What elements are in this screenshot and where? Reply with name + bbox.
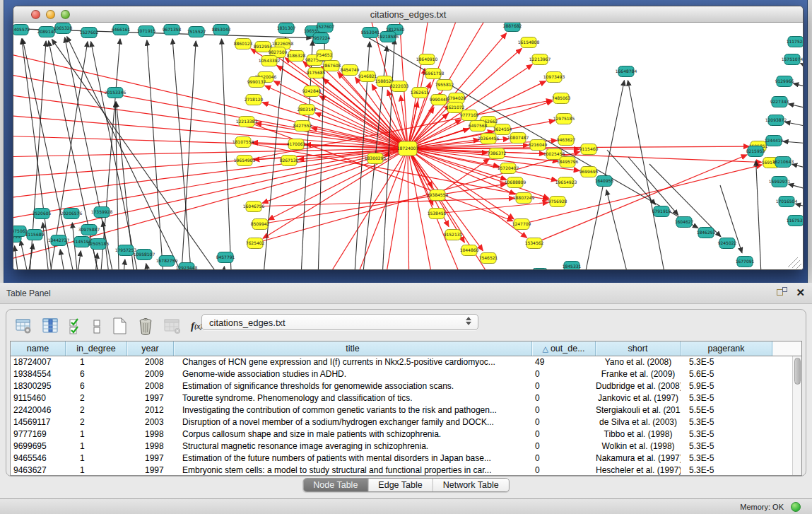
table-cell[interactable]: Wolkin et al. (1998) bbox=[596, 440, 681, 452]
graph-node[interactable]: 8860123 bbox=[234, 39, 253, 49]
graph-node[interactable]: 7485063 bbox=[552, 93, 571, 104]
graph-node[interactable]: 1071915 bbox=[137, 26, 156, 37]
table-cell[interactable]: 1 bbox=[66, 452, 127, 465]
graph-node[interactable]: 15992971 bbox=[769, 177, 791, 187]
table-cell[interactable]: 5.3E-5 bbox=[681, 416, 772, 428]
graph-node[interactable]: 9756928 bbox=[548, 197, 567, 207]
graph-node[interactable]: 16648784 bbox=[616, 66, 637, 77]
table-cell[interactable]: Structural magnetic resonance image aver… bbox=[174, 440, 532, 452]
table-cell[interactable]: 6 bbox=[66, 368, 127, 380]
table-cell[interactable]: 2 bbox=[66, 392, 127, 404]
graph-node[interactable]: 9115460 bbox=[579, 144, 599, 155]
table-cell[interactable]: 5.3E-5 bbox=[681, 452, 772, 465]
graph-node[interactable]: 1527607 bbox=[316, 23, 335, 33]
column-header-out_de[interactable]: △out_de... bbox=[532, 341, 596, 356]
graph-node[interactable]: 9990137 bbox=[247, 77, 266, 88]
table-cell[interactable]: 0 bbox=[532, 416, 596, 428]
table-row[interactable]: 1456911722003Disruption of a novel membe… bbox=[11, 416, 801, 428]
graph-node[interactable]: 10543392 bbox=[259, 56, 281, 66]
delete-table-button[interactable] bbox=[137, 317, 154, 335]
graph-node[interactable]: 19654923 bbox=[555, 177, 577, 188]
graph-node[interactable]: 6497568 bbox=[469, 121, 488, 132]
table-cell[interactable]: 6 bbox=[66, 380, 127, 392]
graph-node[interactable]: 18300295 bbox=[365, 153, 387, 164]
graph-node[interactable]: 6791919 bbox=[652, 206, 671, 217]
table-cell[interactable]: 19384554 bbox=[11, 368, 66, 380]
table-cell[interactable]: 9777169 bbox=[11, 428, 66, 440]
table-row[interactable]: 969969511998Structural magnetic resonanc… bbox=[11, 440, 801, 452]
table-cell[interactable]: 1 bbox=[66, 465, 127, 475]
graph-node[interactable]: 8186328 bbox=[287, 51, 306, 62]
graph-node[interactable]: 18640910 bbox=[416, 54, 438, 65]
table-cell[interactable]: 0 bbox=[532, 380, 596, 392]
table-cell[interactable]: 0 bbox=[532, 392, 596, 404]
graph-node[interactable]: 8267130 bbox=[280, 156, 299, 166]
table-cell[interactable]: Hescheler et al. (1997) bbox=[596, 465, 681, 475]
graph-node[interactable]: 6466161 bbox=[112, 25, 131, 35]
table-cell[interactable]: Investigating the contribution of common… bbox=[174, 404, 532, 416]
graph-node[interactable]: 8853043 bbox=[212, 25, 231, 35]
graph-node[interactable]: 30975887 bbox=[78, 225, 100, 235]
column-header-title[interactable]: title bbox=[174, 341, 532, 356]
scrollbar-thumb[interactable] bbox=[794, 358, 801, 385]
graph-node[interactable]: 19218586 bbox=[377, 32, 399, 42]
graph-node[interactable]: 7957224 bbox=[312, 33, 331, 44]
graph-node[interactable]: 1845331 bbox=[563, 262, 582, 270]
table-cell[interactable]: 0 bbox=[532, 465, 596, 475]
graph-node[interactable]: 9463627 bbox=[557, 135, 576, 146]
graph-node[interactable]: 7546521 bbox=[479, 253, 498, 264]
graph-node[interactable]: 10688809 bbox=[505, 177, 526, 188]
column-header-in_degree[interactable]: in_degree bbox=[66, 341, 127, 356]
table-cell[interactable]: 2012 bbox=[127, 404, 174, 416]
table-cell[interactable]: 2003 bbox=[127, 416, 174, 428]
graph-node[interactable]: 18495796 bbox=[557, 157, 579, 168]
table-row[interactable]: 1830029562008Estimation of significance … bbox=[11, 380, 801, 392]
table-cell[interactable]: Nakamura et al. (1997) bbox=[596, 452, 681, 465]
graph-node[interactable]: 1044860 bbox=[460, 245, 479, 256]
graph-node[interactable]: 1115689 bbox=[25, 230, 45, 240]
graph-node[interactable]: 12975185 bbox=[553, 114, 575, 124]
graph-node[interactable]: 1677091 bbox=[736, 257, 755, 267]
graph-node[interactable]: 12213383 bbox=[236, 117, 258, 127]
network-canvas[interactable]: 1872400788601238912954182260589827509105… bbox=[13, 23, 803, 269]
graph-node[interactable]: 10958107 bbox=[134, 250, 155, 260]
graph-node[interactable]: 7955812 bbox=[435, 80, 454, 90]
table-cell[interactable]: Disruption of a novel member of a sodium… bbox=[174, 416, 532, 428]
table-cell[interactable]: 0 bbox=[532, 404, 596, 416]
graph-node[interactable]: 4170061 bbox=[287, 139, 306, 150]
graph-node[interactable]: 9242848 bbox=[302, 86, 322, 97]
graph-node[interactable]: 1405572 bbox=[13, 25, 30, 35]
graph-node[interactable]: 18807249 bbox=[513, 193, 535, 204]
table-cell[interactable]: 5.3E-5 bbox=[681, 440, 772, 452]
table-cell[interactable]: Corpus callosum shape and size in male p… bbox=[174, 428, 532, 440]
table-cell[interactable]: 1998 bbox=[127, 428, 174, 440]
table-cell[interactable]: 0 bbox=[532, 440, 596, 452]
graph-node[interactable]: 15720407 bbox=[498, 163, 519, 174]
graph-node[interactable]: 1247709 bbox=[512, 219, 531, 230]
table-cell[interactable]: 5.9E-5 bbox=[681, 380, 772, 392]
graph-node[interactable]: 1831307 bbox=[277, 23, 296, 34]
table-cell[interactable]: 5.5E-5 bbox=[681, 404, 772, 416]
graph-node[interactable]: 18107554 bbox=[233, 137, 254, 148]
graph-node[interactable]: 18724007 bbox=[397, 141, 419, 156]
table-row[interactable]: 946554611997Estimation of the future num… bbox=[11, 452, 801, 465]
float-panel-icon[interactable] bbox=[777, 287, 787, 298]
graph-node[interactable]: 9245032 bbox=[531, 269, 550, 270]
graph-node[interactable]: 1640955 bbox=[595, 176, 614, 187]
graph-node[interactable]: 9175685 bbox=[307, 68, 326, 78]
graph-node[interactable]: 16782759 bbox=[156, 256, 178, 267]
table-cell[interactable]: 18300295 bbox=[11, 380, 66, 392]
table-cell[interactable]: Estimation of the future numbers of pati… bbox=[174, 452, 532, 465]
graph-node[interactable]: 12213967 bbox=[529, 54, 551, 65]
table-cell[interactable]: Estimation of significance thresholds fo… bbox=[174, 380, 532, 392]
vertical-scrollbar[interactable] bbox=[792, 356, 801, 475]
table-cell[interactable]: 49 bbox=[532, 356, 596, 368]
table-cell[interactable]: Jankovic et al. (1997) bbox=[596, 392, 681, 404]
graph-node[interactable]: 8222033 bbox=[390, 81, 409, 92]
graph-node[interactable]: 9152131 bbox=[444, 230, 463, 240]
column-header-pagerank[interactable]: pagerank bbox=[681, 341, 772, 356]
table-cell[interactable]: Changes of HCN gene expression and I(f) … bbox=[174, 356, 532, 368]
network-window-titlebar[interactable]: citations_edges.txt bbox=[13, 6, 803, 23]
table-cell[interactable]: 1 bbox=[66, 428, 127, 440]
table-cell[interactable]: 9115460 bbox=[11, 392, 66, 404]
